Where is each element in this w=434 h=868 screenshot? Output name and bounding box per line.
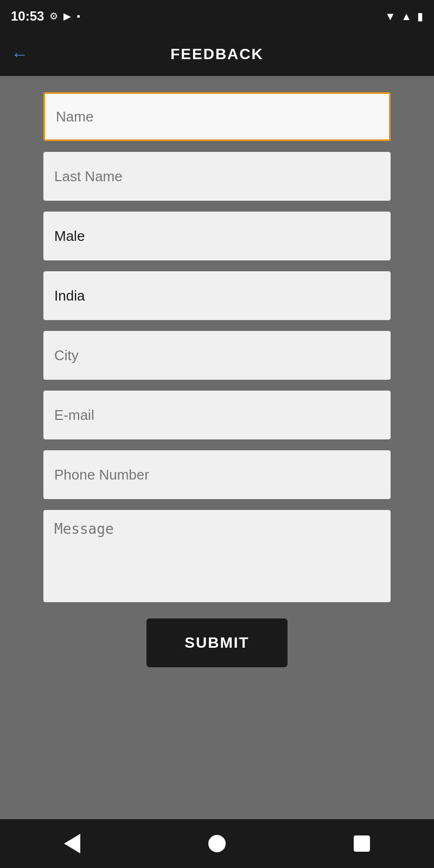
nav-bar: ← FEEDBACK [0, 33, 434, 76]
page-title: FEEDBACK [170, 46, 264, 63]
phone-input[interactable] [43, 450, 391, 499]
status-bar: 10:53 ⚙ ▶ ▪ ▼ ▲ ▮ [0, 0, 434, 33]
nav-recents-button[interactable] [354, 835, 370, 852]
feedback-form: Male Female Other India USA UK SUBMIT [0, 76, 434, 819]
clipboard-icon: ▪ [76, 11, 80, 22]
nav-home-button[interactable] [208, 835, 226, 852]
last-name-input[interactable] [43, 152, 391, 201]
bottom-nav [0, 819, 434, 868]
play-icon: ▶ [63, 10, 71, 22]
home-circle-icon [208, 835, 226, 852]
status-left: 10:53 ⚙ ▶ ▪ [11, 9, 80, 24]
signal-icon: ▲ [401, 10, 412, 23]
gender-select[interactable]: Male Female Other [43, 212, 391, 260]
status-right: ▼ ▲ ▮ [385, 10, 423, 23]
settings-icon: ⚙ [49, 10, 58, 22]
back-triangle-icon [64, 834, 80, 853]
recents-square-icon [354, 835, 370, 852]
battery-icon: ▮ [417, 10, 423, 23]
submit-button[interactable]: SUBMIT [146, 618, 288, 667]
country-select[interactable]: India USA UK [43, 271, 391, 320]
city-input[interactable] [43, 331, 391, 380]
wifi-icon: ▼ [385, 10, 395, 23]
email-input[interactable] [43, 391, 391, 439]
status-time: 10:53 [11, 9, 44, 24]
back-arrow-icon: ← [11, 44, 28, 65]
message-textarea[interactable] [43, 510, 391, 602]
back-button[interactable]: ← [11, 44, 28, 65]
nav-back-button[interactable] [64, 834, 80, 853]
name-input[interactable] [43, 92, 391, 141]
